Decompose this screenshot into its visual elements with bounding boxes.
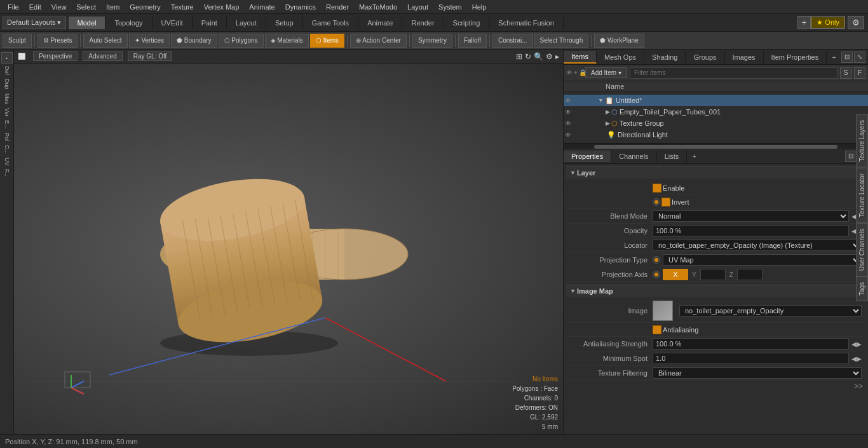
menu-view[interactable]: View xyxy=(46,2,72,12)
items-flag-button[interactable]: F xyxy=(854,67,865,79)
edge-tab-tags[interactable]: Tags xyxy=(856,276,868,301)
falloff-button[interactable]: Falloff xyxy=(458,34,487,48)
polygons-button[interactable]: ⬡ Polygons xyxy=(219,34,264,48)
tab-groups[interactable]: Groups xyxy=(686,51,724,63)
blend-mode-dropdown[interactable]: Normal xyxy=(653,210,849,222)
arrow-2[interactable]: ▶ xyxy=(606,120,610,126)
tab-item-properties[interactable]: Item Properties xyxy=(764,51,827,63)
action-center-button[interactable]: ⊕ Action Center xyxy=(350,34,407,48)
menu-dynamics[interactable]: Dynamics xyxy=(280,2,321,12)
star-only-button[interactable]: ★ Only xyxy=(811,17,845,29)
constrai-button[interactable]: Constrai... xyxy=(492,34,533,48)
edge-tab-texture-locator[interactable]: Texture Locator xyxy=(856,168,868,223)
arrow-0[interactable]: ▼ xyxy=(598,97,604,104)
tree-row-dir-light[interactable]: 👁 💡 Directional Light xyxy=(564,129,868,140)
menu-edit[interactable]: Edit xyxy=(24,2,46,12)
items-button[interactable]: ⬡ Items xyxy=(310,34,344,48)
tree-row-untitled[interactable]: 👁 ▼ 📋 Untitled* xyxy=(564,95,868,106)
menu-vertex-map[interactable]: Vertex Map xyxy=(199,2,245,12)
vp-frame-icon[interactable]: ⊞ xyxy=(516,52,522,61)
tab-items[interactable]: Items xyxy=(564,51,597,64)
auto-select-button[interactable]: Auto Select xyxy=(83,34,127,48)
left-label-c[interactable]: C... xyxy=(3,144,11,155)
items-expand-icon[interactable]: ⊡ xyxy=(841,51,853,63)
props-expand-icon[interactable]: ⊡ xyxy=(845,151,857,162)
vis-icon-2[interactable]: + xyxy=(574,69,578,76)
antialiasing-checkbox[interactable]: ✓ xyxy=(653,325,661,334)
left-label-def[interactable]: Def xyxy=(3,65,11,76)
vp-settings-icon[interactable]: ⚙ xyxy=(546,52,553,61)
viewport[interactable]: ⬜ Perspective Advanced Ray GL: Off ⊞ ↻ 🔍… xyxy=(14,50,563,434)
tab-layout[interactable]: Layout xyxy=(227,17,266,29)
vp-more-icon[interactable]: ▸ xyxy=(555,52,559,61)
invert-radio[interactable] xyxy=(653,198,660,206)
layout-plus-button[interactable]: + xyxy=(797,16,811,29)
vp-expand-icon[interactable]: ⬜ xyxy=(18,53,25,60)
menu-animate[interactable]: Animate xyxy=(244,2,280,12)
texture-filtering-dropdown[interactable]: Bilinear xyxy=(653,367,862,379)
eye-row3-1[interactable]: 👁 xyxy=(565,131,575,139)
tab-lists[interactable]: Lists xyxy=(657,151,688,162)
tab-animate[interactable]: Animate xyxy=(358,17,402,29)
edge-tab-texture-layers[interactable]: Texture Layers xyxy=(856,114,868,168)
items-sort-button[interactable]: S xyxy=(840,67,851,79)
left-label-f[interactable]: F... xyxy=(3,168,11,178)
left-label-e[interactable]: E... xyxy=(3,119,11,130)
tab-shading[interactable]: Shading xyxy=(644,51,686,63)
tab-render[interactable]: Render xyxy=(402,17,444,29)
props-expand-more[interactable]: >> xyxy=(854,382,863,391)
tab-mesh-ops[interactable]: Mesh Ops xyxy=(597,51,644,63)
tab-schematic-fusion[interactable]: Schematic Fusion xyxy=(489,17,563,29)
eye-row1-1[interactable]: 👁 xyxy=(565,108,575,116)
menu-help[interactable]: Help xyxy=(467,2,492,12)
tab-uvedit[interactable]: UVEdit xyxy=(153,17,193,29)
sculpt-button[interactable]: Sculpt xyxy=(3,34,32,48)
left-tool-1[interactable]: ▪ xyxy=(1,52,13,64)
enable-checkbox[interactable]: ✓ xyxy=(653,184,661,193)
min-spot-input[interactable] xyxy=(653,353,849,364)
left-label-vert[interactable]: Ver xyxy=(3,107,11,118)
image-dropdown[interactable]: no_toilet_paper_empty_Opacity xyxy=(679,305,862,316)
items-tab-plus[interactable]: + xyxy=(827,51,841,63)
axis-x-input[interactable] xyxy=(663,269,688,280)
left-label-uv[interactable]: UV xyxy=(3,156,11,167)
left-label-pol[interactable]: Pol xyxy=(3,132,11,142)
arrow-1[interactable]: ▶ xyxy=(606,109,610,115)
menu-maxtomodo[interactable]: MaxToModo xyxy=(354,2,402,12)
items-collapse-icon[interactable]: ⤡ xyxy=(854,51,865,63)
aa-adjust[interactable]: ◀▶ xyxy=(851,341,862,348)
props-tab-plus[interactable]: + xyxy=(687,151,701,162)
tab-images[interactable]: Images xyxy=(725,51,764,63)
ray-gl-button[interactable]: Ray GL: Off xyxy=(128,51,173,61)
tab-model[interactable]: Model xyxy=(69,17,106,29)
menu-layout[interactable]: Layout xyxy=(402,2,433,12)
projection-type-dropdown[interactable]: UV Map xyxy=(663,254,862,266)
menu-geometry[interactable]: Geometry xyxy=(125,2,165,12)
axis-y-input[interactable] xyxy=(700,269,726,280)
items-scrollbar[interactable] xyxy=(564,144,868,149)
tab-properties[interactable]: Properties xyxy=(564,151,611,162)
perspective-button[interactable]: Perspective xyxy=(33,51,78,61)
workplane-button[interactable]: ⬟ WorkPlane xyxy=(594,34,644,48)
viewport-canvas[interactable]: No Items Polygons : Face Channels: 0 Def… xyxy=(14,64,563,434)
proj-type-radio[interactable] xyxy=(653,256,660,264)
layout-dropdown[interactable]: Default Layouts ▾ xyxy=(3,17,66,29)
tab-topology[interactable]: Topology xyxy=(105,17,152,29)
menu-system[interactable]: System xyxy=(433,2,467,12)
tab-scripting[interactable]: Scripting xyxy=(444,17,490,29)
menu-item[interactable]: Item xyxy=(101,2,125,12)
image-map-section-header[interactable]: ▼ Image Map xyxy=(566,285,865,297)
aa-strength-input[interactable] xyxy=(653,338,849,350)
axis-z-input[interactable] xyxy=(737,269,763,280)
tree-row-toilet-tubes[interactable]: 👁 ▶ ⬡ Empty_Toilet_Paper_Tubes_001 xyxy=(564,106,868,118)
vis-icon-1[interactable]: 👁 xyxy=(566,69,573,76)
vertices-button[interactable]: ✦ Vertices xyxy=(129,34,170,48)
image-thumbnail[interactable] xyxy=(653,301,673,321)
layer-section-header[interactable]: ▼ Layer xyxy=(566,166,865,179)
select-through-button[interactable]: Select Through xyxy=(534,34,589,48)
tree-row-texture-group[interactable]: 👁 ▶ ⬡ Texture Group xyxy=(564,118,868,129)
vp-rotate-icon[interactable]: ↻ xyxy=(525,52,531,61)
proj-axis-radio[interactable] xyxy=(653,271,660,278)
tab-channels[interactable]: Channels xyxy=(611,151,656,162)
menu-texture[interactable]: Texture xyxy=(166,2,199,12)
